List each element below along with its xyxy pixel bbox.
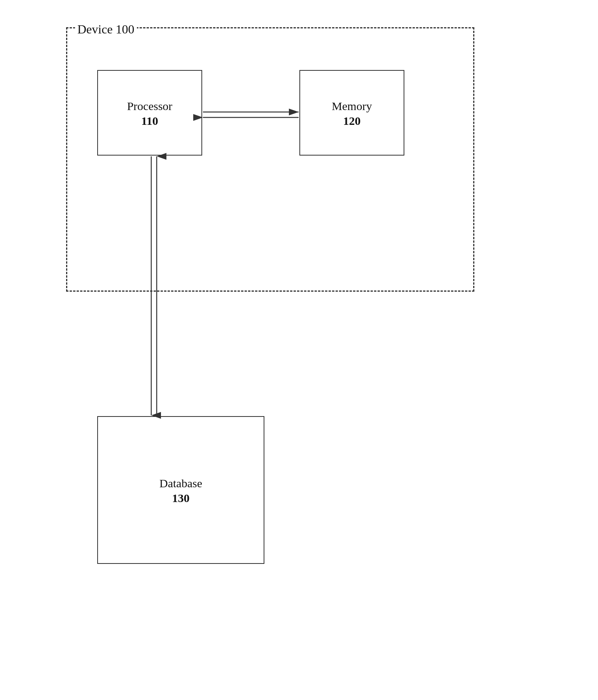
memory-number: 120 (343, 114, 361, 128)
memory-label: Memory (332, 98, 372, 114)
processor-box: Processor 110 (97, 70, 202, 156)
database-number: 130 (172, 492, 190, 505)
database-box: Database 130 (97, 416, 264, 564)
diagram-container: Device 100 Processor 110 Memory 120 Data… (58, 19, 525, 681)
processor-label: Processor (127, 98, 173, 114)
device-box: Device 100 (66, 27, 474, 292)
device-label: Device 100 (75, 22, 137, 37)
database-label: Database (159, 475, 202, 492)
memory-box: Memory 120 (299, 70, 404, 156)
processor-number: 110 (141, 114, 158, 128)
